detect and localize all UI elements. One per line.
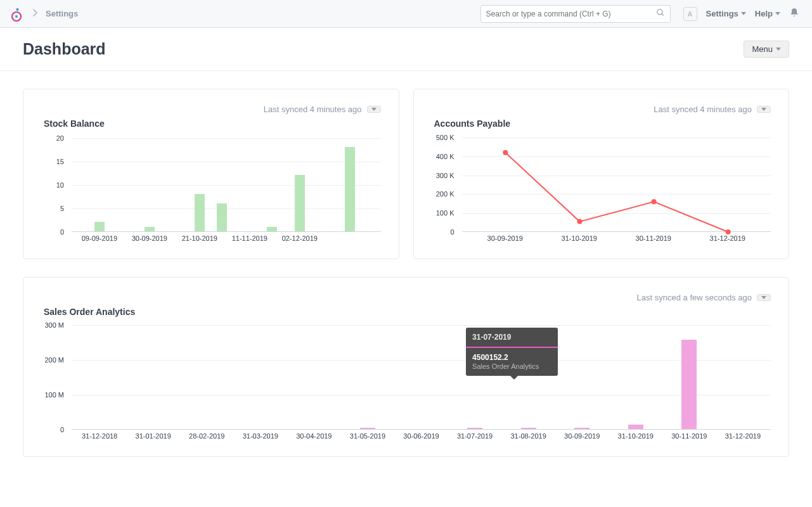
x-axis-tick: 28-02-2019 <box>189 432 224 440</box>
chart-sales-order-analytics: 0100 M200 M300 M31-07-20194500152.2Sales… <box>36 322 771 442</box>
chart-tooltip: 31-07-20194500152.2Sales Order Analytics <box>466 328 558 376</box>
x-axis-tick: 31-08-2019 <box>510 432 546 440</box>
chevron-down-icon <box>775 12 780 15</box>
chart-bar[interactable] <box>195 194 205 231</box>
x-axis-tick: 30-09-2019 <box>564 432 600 440</box>
menu-button[interactable]: Menu <box>744 41 789 58</box>
y-axis-tick: 200 M <box>44 356 68 364</box>
chart-bar[interactable] <box>467 428 482 429</box>
chevron-down-icon <box>776 48 781 51</box>
card-menu-button[interactable] <box>367 106 381 113</box>
chart-line <box>505 153 728 232</box>
help-label: Help <box>755 9 773 18</box>
x-axis-tick: 30-11-2019 <box>671 432 707 440</box>
chart-bar[interactable] <box>94 222 105 231</box>
y-axis-tick: 300 K <box>436 172 458 179</box>
sync-status-text: Last synced 4 minutes ago <box>264 105 362 114</box>
x-axis-tick: 30-09-2019 <box>487 234 523 242</box>
chart-bar[interactable] <box>360 428 375 429</box>
y-axis-tick: 300 M <box>44 321 68 329</box>
chart-accounts-payable: 0100 K200 K300 K400 K500 K30-09-201931-1… <box>427 134 771 245</box>
search-input-container <box>480 5 671 23</box>
x-axis-tick: 31-07-2019 <box>457 432 493 440</box>
top-right-actions: A Settings Help <box>683 7 799 21</box>
y-axis-tick: 0 <box>60 426 68 433</box>
x-axis-tick: 31-05-2019 <box>350 432 385 440</box>
card-title: Sales Order Analytics <box>44 307 771 317</box>
y-axis-tick: 100 K <box>436 209 458 217</box>
svg-point-1 <box>16 8 18 10</box>
card-title: Stock Balance <box>44 119 381 129</box>
y-axis-tick: 15 <box>56 158 68 165</box>
x-axis-tick: 30-11-2019 <box>636 234 671 242</box>
chart-point[interactable] <box>651 199 656 204</box>
chart-bar[interactable] <box>267 227 277 231</box>
svg-point-2 <box>15 15 18 18</box>
chart-stock-balance: 0510152009-09-201930-09-201921-10-201911… <box>36 134 381 245</box>
app-logo[interactable] <box>8 5 25 23</box>
y-axis-tick: 100 M <box>44 391 68 399</box>
card-accounts-payable: Last synced 4 minutes ago Accounts Payab… <box>413 89 790 259</box>
chart-bar[interactable] <box>145 227 155 231</box>
x-axis-tick: 02-12-2019 <box>282 234 318 242</box>
settings-dropdown[interactable]: Settings <box>706 9 746 18</box>
x-axis-tick: 21-10-2019 <box>182 234 217 242</box>
search-input[interactable] <box>486 10 656 18</box>
chart-bar[interactable] <box>521 428 536 429</box>
chevron-down-icon <box>741 12 746 15</box>
svg-line-4 <box>661 14 663 16</box>
y-axis-tick: 0 <box>450 228 458 236</box>
y-axis-tick: 10 <box>56 181 68 189</box>
y-axis-tick: 200 K <box>436 190 458 198</box>
y-axis-tick: 20 <box>56 134 68 142</box>
help-dropdown[interactable]: Help <box>755 9 780 18</box>
avatar[interactable]: A <box>683 7 697 21</box>
y-axis-tick: 5 <box>60 205 68 212</box>
chart-bar[interactable] <box>345 147 355 231</box>
sync-status-text: Last synced 4 minutes ago <box>654 105 752 114</box>
x-axis-tick: 30-09-2019 <box>132 234 167 242</box>
tooltip-value: 4500152.2 <box>472 353 551 362</box>
chevron-down-icon <box>761 108 766 111</box>
y-axis-tick: 0 <box>60 228 68 236</box>
chart-bar[interactable] <box>217 203 227 231</box>
chevron-down-icon <box>371 108 377 111</box>
card-menu-button[interactable] <box>757 106 771 113</box>
tooltip-date: 31-07-2019 <box>466 328 558 348</box>
search-icon[interactable] <box>656 8 665 19</box>
x-axis-tick: 31-10-2019 <box>562 234 597 242</box>
x-axis-tick: 30-06-2019 <box>403 432 439 440</box>
page-title: Dashboard <box>23 40 106 58</box>
y-axis-tick: 500 K <box>436 134 458 141</box>
x-axis-tick: 30-04-2019 <box>296 432 332 440</box>
topbar: Settings A Settings Help <box>0 0 812 28</box>
x-axis-tick: 31-12-2019 <box>725 432 761 440</box>
sync-status-text: Last synced a few seconds ago <box>637 293 752 302</box>
chevron-down-icon <box>761 296 766 299</box>
x-axis-tick: 09-09-2019 <box>82 234 117 242</box>
x-axis-tick: 31-10-2019 <box>618 432 654 440</box>
breadcrumb-settings[interactable]: Settings <box>46 9 78 18</box>
chart-bar[interactable] <box>295 175 305 231</box>
page-header: Dashboard Menu <box>0 28 812 71</box>
y-axis-tick: 400 K <box>436 153 458 160</box>
x-axis-tick: 11-11-2019 <box>232 234 267 242</box>
svg-point-3 <box>657 10 662 15</box>
settings-label: Settings <box>706 9 738 18</box>
chart-point[interactable] <box>503 150 508 155</box>
card-stock-balance: Last synced 4 minutes ago Stock Balance … <box>23 89 399 259</box>
chart-bar[interactable] <box>681 340 697 429</box>
menu-label: Menu <box>752 44 773 54</box>
tooltip-label: Sales Order Analytics <box>472 363 539 370</box>
bell-icon[interactable] <box>789 8 799 20</box>
card-title: Accounts Payable <box>434 119 771 129</box>
x-axis-tick: 31-03-2019 <box>243 432 278 440</box>
x-axis-tick: 31-12-2018 <box>82 432 117 440</box>
chart-bar[interactable] <box>574 428 590 429</box>
chart-bar[interactable] <box>628 425 643 429</box>
chevron-right-icon <box>33 9 38 18</box>
chart-point[interactable] <box>577 219 582 224</box>
x-axis-tick: 31-12-2019 <box>710 234 745 242</box>
card-sales-order-analytics: Last synced a few seconds ago Sales Orde… <box>23 277 789 457</box>
card-menu-button[interactable] <box>757 294 771 301</box>
